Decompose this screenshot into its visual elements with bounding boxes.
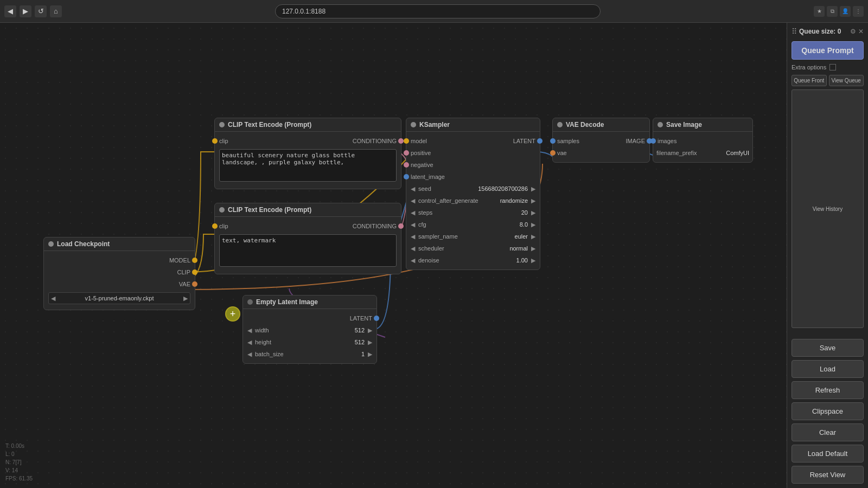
view-history-button[interactable]: View History xyxy=(792,89,864,328)
close-icon[interactable]: ✕ xyxy=(858,28,864,35)
clear-button[interactable]: Clear xyxy=(792,423,864,441)
vae-row: vae xyxy=(553,147,649,159)
node-header: VAE Decode xyxy=(553,118,649,132)
images-label: images xyxy=(653,138,681,144)
back-button[interactable]: ◀ xyxy=(4,5,16,17)
vae-input-port[interactable] xyxy=(550,150,556,156)
conditioning-output-port-2[interactable] xyxy=(398,223,404,229)
reset-view-button[interactable]: Reset View xyxy=(792,466,864,484)
positive-input-port[interactable] xyxy=(404,150,409,156)
positive-row: positive xyxy=(406,147,540,159)
height-next-btn[interactable]: ▶ xyxy=(367,339,373,346)
load-button[interactable]: Load xyxy=(792,360,864,378)
queue-front-button[interactable]: Queue Front xyxy=(792,75,827,86)
model-port-row: MODEL xyxy=(44,254,195,266)
home-button[interactable]: ⌂ xyxy=(50,5,62,17)
node-body: clip CONDITIONING beautiful scenery natu… xyxy=(215,132,401,189)
control-prev-btn[interactable]: ◀ xyxy=(410,197,416,204)
steps-value: 20 xyxy=(495,209,528,216)
node-title: KSampler xyxy=(419,121,450,129)
vae-decode-node: VAE Decode samples IMAGE vae xyxy=(552,118,650,163)
scheduler-prev-btn[interactable]: ◀ xyxy=(410,245,416,252)
extension-icon[interactable]: ⧉ xyxy=(827,6,838,17)
add-node-button[interactable]: + xyxy=(225,306,240,322)
steps-next-btn[interactable]: ▶ xyxy=(530,209,537,216)
node-status-dot xyxy=(247,299,253,305)
samples-row: samples IMAGE xyxy=(553,135,649,147)
latent-output-port[interactable] xyxy=(537,138,542,144)
steps-prev-btn[interactable]: ◀ xyxy=(410,209,416,216)
denoise-next-btn[interactable]: ▶ xyxy=(530,257,537,264)
scheduler-next-btn[interactable]: ▶ xyxy=(530,245,537,252)
samples-input-port[interactable] xyxy=(550,138,556,144)
address-bar[interactable] xyxy=(275,4,601,18)
latent-out-label: LATENT xyxy=(346,315,376,322)
conditioning-output-port[interactable] xyxy=(398,138,404,144)
height-prev-btn[interactable]: ◀ xyxy=(246,339,253,346)
menu-icon[interactable]: ⋮ xyxy=(853,6,864,17)
seed-prev-btn[interactable]: ◀ xyxy=(410,185,416,192)
denoise-prev-btn[interactable]: ◀ xyxy=(410,257,416,264)
batch-next-btn[interactable]: ▶ xyxy=(367,351,373,358)
clip-input-port[interactable] xyxy=(212,138,218,144)
height-value: 512 xyxy=(332,339,365,345)
grid-icon: ⠿ xyxy=(792,27,797,36)
model-in-label: model xyxy=(406,138,431,144)
clip-port-row: CLIP xyxy=(44,266,195,278)
clip-text-1-input[interactable]: beautiful scenery nature glass bottle la… xyxy=(219,149,397,182)
model-output-port[interactable] xyxy=(192,258,197,263)
cfg-label: cfg xyxy=(418,221,493,228)
conditioning-label-2: CONDITIONING xyxy=(348,223,401,229)
vae-output-port[interactable] xyxy=(192,281,197,287)
images-input-port[interactable] xyxy=(650,138,656,144)
batch-prev-btn[interactable]: ◀ xyxy=(246,351,253,358)
ckpt-name-label: v1-5-pruned-emaonly.ckpt xyxy=(58,295,181,301)
ckpt-prev-button[interactable]: ◀ xyxy=(49,295,58,302)
node-header: Save Image xyxy=(653,118,752,132)
scheduler-row: ◀ scheduler normal ▶ xyxy=(406,242,540,254)
model-in-row: model LATENT xyxy=(406,135,540,147)
clip-port-label: CLIP xyxy=(173,269,195,275)
latent-input-port[interactable] xyxy=(404,174,409,179)
width-prev-btn[interactable]: ◀ xyxy=(246,327,253,334)
sampler-label: sampler_name xyxy=(418,233,493,240)
canvas-area[interactable]: Load Checkpoint MODEL CLIP VAE ◀ v1-5-pr… xyxy=(0,23,868,488)
extra-options-checkbox[interactable] xyxy=(829,64,836,70)
refresh-button[interactable]: ↺ xyxy=(35,5,47,17)
control-value: randomize xyxy=(495,197,528,204)
model-input-port[interactable] xyxy=(404,138,409,144)
latent-out-row: LATENT xyxy=(243,312,376,324)
view-queue-button[interactable]: View Queue xyxy=(829,75,864,86)
negative-row: negative xyxy=(406,159,540,171)
clip-text-2-input[interactable]: text, watermark xyxy=(219,234,397,267)
sampler-next-btn[interactable]: ▶ xyxy=(530,233,537,240)
negative-input-port[interactable] xyxy=(404,162,409,168)
ckpt-selector[interactable]: ◀ v1-5-pruned-emaonly.ckpt ▶ xyxy=(48,292,190,304)
clip-input-port-2[interactable] xyxy=(212,223,218,229)
ckpt-next-button[interactable]: ▶ xyxy=(181,295,190,302)
bookmark-icon[interactable]: ★ xyxy=(814,6,825,17)
cfg-next-btn[interactable]: ▶ xyxy=(530,221,537,228)
latent-out-port[interactable] xyxy=(374,316,379,321)
cfg-prev-btn[interactable]: ◀ xyxy=(410,221,416,228)
clip-output-port[interactable] xyxy=(192,269,197,275)
control-next-btn[interactable]: ▶ xyxy=(530,197,537,204)
node-title: VAE Decode xyxy=(566,121,604,129)
right-panel: ⠿ Queue size: 0 ⚙ ✕ Queue Prompt Extra o… xyxy=(787,23,868,488)
clipspace-button[interactable]: Clipspace xyxy=(792,402,864,420)
save-button[interactable]: Save xyxy=(792,339,864,357)
model-port-label: MODEL xyxy=(165,257,195,264)
forward-button[interactable]: ▶ xyxy=(20,5,31,17)
load-default-button[interactable]: Load Default xyxy=(792,445,864,463)
browser-toolbar: ★ ⧉ 👤 ⋮ xyxy=(814,6,864,17)
queue-prompt-button[interactable]: Queue Prompt xyxy=(792,41,864,60)
refresh-button-panel[interactable]: Refresh xyxy=(792,381,864,399)
node-header: CLIP Text Encode (Prompt) xyxy=(215,203,401,217)
vae-port-row: VAE xyxy=(44,278,195,290)
sampler-prev-btn[interactable]: ◀ xyxy=(410,233,416,240)
profile-icon[interactable]: 👤 xyxy=(840,6,851,17)
seed-next-btn[interactable]: ▶ xyxy=(530,185,537,192)
settings-icon[interactable]: ⚙ xyxy=(850,28,856,35)
width-next-btn[interactable]: ▶ xyxy=(367,327,373,334)
control-label: control_after_generate xyxy=(418,197,493,204)
